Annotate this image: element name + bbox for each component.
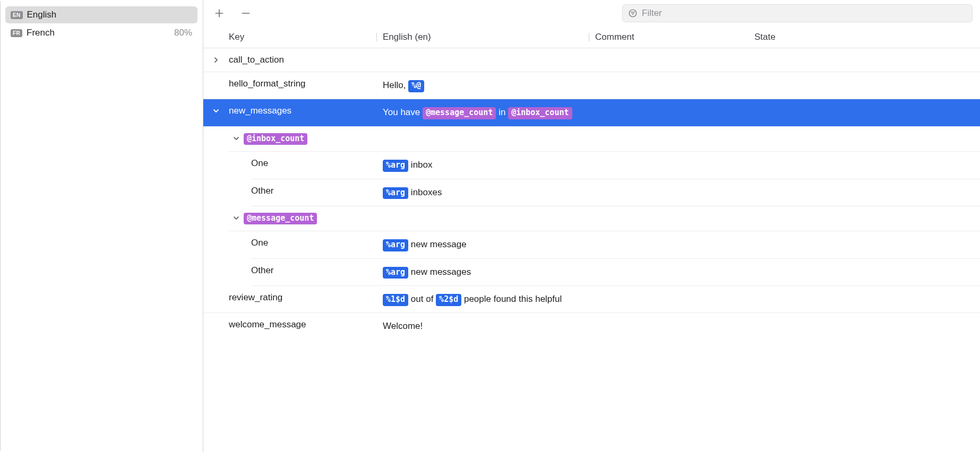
key-cell: One xyxy=(251,158,376,169)
row-message-other[interactable]: Other %arg new messages xyxy=(251,259,980,286)
col-header-state[interactable]: State xyxy=(748,32,980,42)
key-cell: Other xyxy=(251,265,376,276)
format-token: %arg xyxy=(383,267,408,279)
filter-input[interactable] xyxy=(642,8,967,19)
key-cell: hello_format_string xyxy=(229,79,376,89)
row-review-rating[interactable]: review_rating %1$d out of %2$d people fo… xyxy=(203,286,980,313)
plus-icon xyxy=(214,8,225,19)
value-cell: %arg new messages xyxy=(376,265,589,279)
col-header-key[interactable]: Key xyxy=(229,32,376,42)
format-token: %arg xyxy=(383,160,408,172)
row-inbox-one[interactable]: One %arg inbox xyxy=(251,152,980,179)
format-token: %arg xyxy=(383,239,408,251)
value-cell: %arg inbox xyxy=(376,158,589,172)
minus-icon xyxy=(240,8,251,19)
value-cell: Welcome! xyxy=(376,319,589,333)
filter-icon xyxy=(628,8,638,18)
key-cell: One xyxy=(251,238,376,248)
remove-button[interactable] xyxy=(237,5,254,22)
key-cell: @inbox_count xyxy=(244,133,376,145)
value-cell: %arg inboxes xyxy=(376,186,589,199)
key-cell: new_messages xyxy=(229,106,376,116)
key-cell: @message_count xyxy=(244,213,376,225)
chevron-down-icon xyxy=(233,135,239,142)
format-token: %@ xyxy=(408,80,424,92)
lang-progress: 80% xyxy=(174,28,192,38)
row-call-to-action[interactable]: call_to_action xyxy=(203,48,980,72)
key-cell: review_rating xyxy=(229,292,376,303)
chevron-down-icon xyxy=(213,108,219,114)
filter-box[interactable] xyxy=(622,4,973,22)
lang-badge: FR xyxy=(11,29,22,37)
lang-badge: EN xyxy=(11,11,23,19)
row-message-one[interactable]: One %arg new message xyxy=(251,231,980,258)
strings-table: call_to_action hello_format_string Hello… xyxy=(203,48,980,452)
language-item-english[interactable]: EN English xyxy=(5,6,197,23)
row-welcome-message[interactable]: welcome_message Welcome! xyxy=(203,313,980,340)
value-cell: You have @message_count in @inbox_count xyxy=(376,106,589,119)
chevron-down-icon xyxy=(233,215,239,221)
lang-name: French xyxy=(27,28,174,38)
key-cell: Other xyxy=(251,186,376,196)
format-token: %2$d xyxy=(436,294,461,306)
lang-name: English xyxy=(27,10,193,20)
row-message-count-group[interactable]: @message_count xyxy=(229,206,980,232)
column-headers: Key English (en) Comment State xyxy=(203,27,980,48)
variable-token: @message_count xyxy=(244,213,317,225)
variable-token: @inbox_count xyxy=(508,107,572,119)
row-inbox-other[interactable]: Other %arg inboxes xyxy=(251,179,980,206)
col-header-comment[interactable]: Comment xyxy=(589,32,748,42)
language-item-french[interactable]: FR French 80% xyxy=(5,24,197,41)
value-cell: %arg new message xyxy=(376,238,589,251)
col-header-english[interactable]: English (en) xyxy=(376,32,589,42)
format-token: %1$d xyxy=(383,294,408,306)
add-button[interactable] xyxy=(211,5,228,22)
row-hello-format-string[interactable]: hello_format_string Hello, %@ xyxy=(203,72,980,99)
language-sidebar: EN English FR French 80% xyxy=(0,0,203,452)
variable-token: @message_count xyxy=(423,107,496,119)
format-token: %arg xyxy=(383,187,408,199)
value-cell: Hello, %@ xyxy=(376,79,589,92)
value-cell: %1$d out of %2$d people found this helpf… xyxy=(376,292,589,306)
key-cell: call_to_action xyxy=(229,55,376,65)
chevron-right-icon xyxy=(213,57,219,63)
row-new-messages[interactable]: new_messages You have @message_count in … xyxy=(203,99,980,126)
main-panel: Key English (en) Comment State call_to_a… xyxy=(203,0,980,452)
toolbar xyxy=(203,0,980,27)
row-inbox-count-group[interactable]: @inbox_count xyxy=(229,127,980,152)
variable-token: @inbox_count xyxy=(244,133,307,145)
key-cell: welcome_message xyxy=(229,319,376,330)
